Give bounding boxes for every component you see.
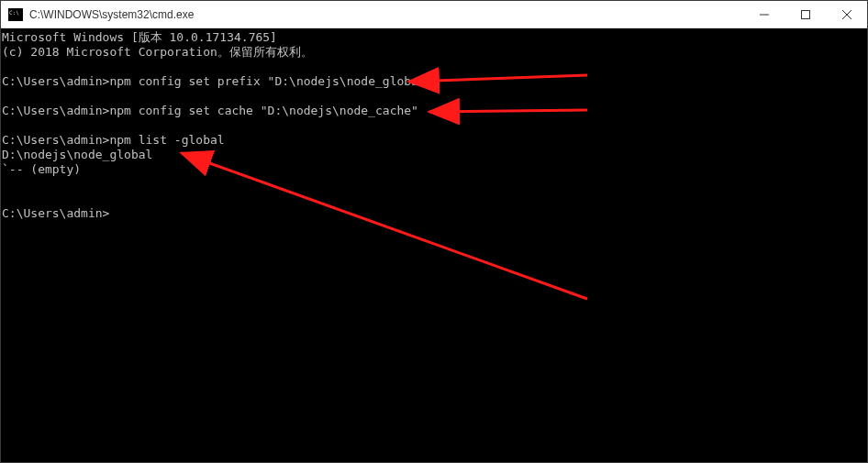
terminal-line: `-- (empty) [2, 162, 867, 177]
terminal-line [2, 118, 867, 133]
terminal-output[interactable]: Microsoft Windows [版本 10.0.17134.765](c)… [1, 28, 867, 462]
minimize-button[interactable] [743, 1, 785, 28]
titlebar[interactable]: C:\WINDOWS\system32\cmd.exe [1, 1, 867, 28]
terminal-line: Microsoft Windows [版本 10.0.17134.765] [2, 30, 867, 45]
close-button[interactable] [826, 1, 867, 28]
svg-rect-1 [801, 10, 809, 18]
terminal-line: D:\nodejs\node_global [2, 148, 867, 162]
cmd-window: C:\WINDOWS\system32\cmd.exe Microsoft Wi… [0, 0, 868, 463]
terminal-line [2, 177, 867, 192]
terminal-line [2, 192, 867, 206]
terminal-line: C:\Users\admin>npm config set cache "D:\… [2, 104, 867, 118]
maximize-button[interactable] [785, 1, 826, 28]
terminal-line [2, 89, 867, 104]
cmd-icon [8, 8, 23, 21]
terminal-line: C:\Users\admin>npm list -global [2, 133, 867, 148]
window-title: C:\WINDOWS\system32\cmd.exe [29, 8, 743, 21]
terminal-line: C:\Users\admin>npm config set prefix "D:… [2, 74, 867, 89]
terminal-line [2, 60, 867, 74]
terminal-line: (c) 2018 Microsoft Corporation。保留所有权利。 [2, 45, 867, 60]
window-controls [743, 1, 867, 28]
terminal-line: C:\Users\admin> [2, 206, 867, 221]
